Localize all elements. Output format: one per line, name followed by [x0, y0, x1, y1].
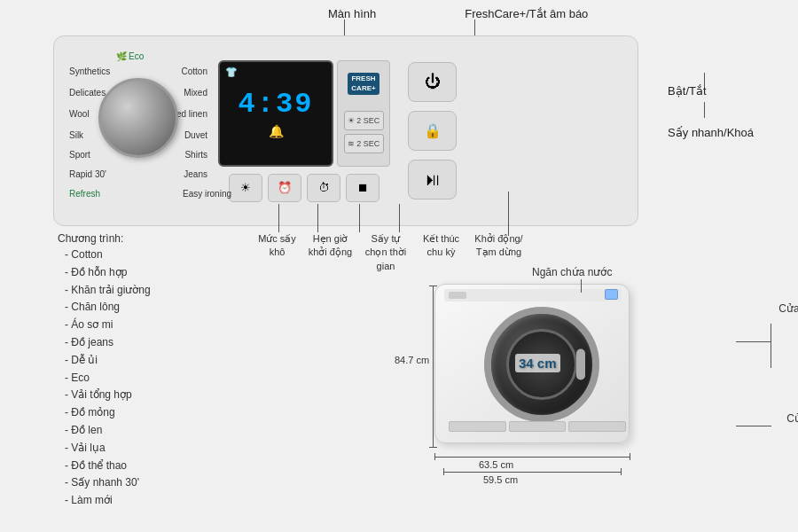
control-panel: 🌿 Eco Synthetics Delicates Wool Silk Spo… — [53, 35, 638, 226]
label-easyironing: Easy ironing — [183, 189, 231, 199]
display-screen: 👕 4:39 🔔 — [218, 60, 333, 167]
annot-ket-thuc: Kết thúc chu kỳ — [417, 232, 466, 273]
label-ngan-chua: Ngăn chứa nước — [532, 266, 612, 278]
label-bat-tat: Bật/Tắt — [668, 84, 754, 98]
eco-label: Eco — [129, 51, 144, 61]
label-mixed: Mixed — [184, 88, 207, 98]
door-handle — [576, 349, 585, 380]
diameter-label: 34 cm — [515, 354, 560, 372]
vent-slot-1 — [449, 421, 506, 432]
line-muc-say — [278, 204, 279, 232]
eco-badge: 🌿 Eco — [116, 51, 144, 61]
label-width1: 63.5 cm — [479, 459, 513, 470]
label-delicates: Delicates — [69, 88, 106, 98]
btn-muc-say[interactable]: ☀ — [229, 174, 262, 202]
bottom-btn-annotations: Mức sấy khô Hẹn giờ khởi động Sấy tự chọ… — [253, 232, 528, 273]
prog-do-mong: - Đồ mỏng — [65, 404, 235, 422]
hline-left-tick2 — [443, 468, 444, 475]
prog-ao-so-mi: - Áo sơ mi — [65, 317, 235, 334]
label-fresh-care: FreshCare+/Tắt âm báo — [465, 7, 588, 20]
hline-cua-may-say — [736, 341, 771, 342]
btn-power[interactable]: ⏻ — [408, 62, 457, 102]
side-panel: FRESH CARE+ ☀ 2 SEC ≋ 2 SEC — [337, 60, 390, 167]
line-khoi-dong — [508, 192, 509, 236]
prog-do-jeans: - Đồ jeans — [65, 334, 235, 352]
btn-lock[interactable]: 🔒 — [408, 111, 457, 151]
prog-lam-moi: - Làm mới — [65, 492, 235, 510]
prog-chan-long: - Chăn lông — [65, 299, 235, 317]
prog-cotton: - Cotton — [65, 246, 235, 264]
vent-grille — [449, 418, 626, 435]
prog-do-the-thao: - Đồ thể thao — [65, 458, 235, 475]
dial-knob[interactable] — [98, 78, 178, 158]
label-rapid: Rapid 30' — [69, 169, 106, 179]
fresh-line2: CARE+ — [351, 84, 375, 93]
program-list-section: Chương trình: - Cotton - Đồ hỗn hợp - Kh… — [58, 232, 235, 510]
annot-hen-gio: Hẹn giờ khởi động — [306, 232, 355, 273]
line-say-tu-chon — [359, 204, 360, 232]
dial-section: 🌿 Eco Synthetics Delicates Wool Silk Spo… — [67, 47, 209, 215]
prog-khan-trai-giuong: - Khăn trải giường — [65, 282, 235, 300]
dryer-top-panel — [444, 289, 622, 301]
prog-vai-tong-hop: - Vải tổng hợp — [65, 387, 235, 404]
water-tank — [605, 289, 618, 300]
label-height: 84.7 cm — [395, 355, 429, 365]
label-cua-may-say: Cửa máy sấy — [778, 301, 798, 317]
prog-say-nhanh: - Sấy nhanh 30' — [65, 474, 235, 492]
label-cua-hut-gio: Cửa hút gió — [786, 412, 798, 425]
vent-slot-2 — [509, 421, 567, 432]
program-list: - Cotton - Đồ hỗn hợp - Khăn trải giường… — [58, 246, 235, 510]
label-refresh: Refresh — [69, 189, 100, 199]
label-silk: Silk — [69, 130, 83, 140]
fresh-line1: FRESH — [351, 74, 375, 83]
label-shirts: Shirts — [184, 150, 207, 160]
vline-top-tick — [429, 286, 437, 286]
vent-slot-3 — [568, 421, 626, 432]
annot-khoi-dong: Khởi động/ Tạm dừng — [470, 232, 528, 273]
dryer-section: 34 cm 84.7 cm 63.5 cm 59.5 cm Ngăn chứa … — [426, 275, 771, 497]
prog-eco: - Eco — [65, 370, 235, 387]
right-labels: Bật/Tắt Sấy nhanh/Khoá — [668, 84, 754, 139]
display-group: 👕 4:39 🔔 FRESH CARE+ ☀ 2 SEC ≋ 2 SEC — [218, 60, 390, 167]
prog-de-ui: - Dễ ủi — [65, 352, 235, 370]
label-man-hinh: Màn hình — [328, 7, 376, 20]
display-area: 👕 4:39 🔔 FRESH CARE+ ☀ 2 SEC ≋ 2 SEC — [218, 60, 390, 202]
label-synthetics: Synthetics — [69, 66, 110, 76]
hline-cua-hut-gio — [736, 426, 771, 426]
side-buttons: ☀ 2 SEC ≋ 2 SEC — [342, 111, 385, 153]
top-labels-row: Màn hình FreshCare+/Tắt âm báo — [328, 7, 588, 20]
line-ngan-chua — [581, 279, 582, 293]
btn-play-pause[interactable]: ⏯ — [408, 160, 457, 200]
side-btn-1[interactable]: ☀ 2 SEC — [344, 111, 384, 130]
hline-width1 — [434, 457, 630, 458]
dryer-body: 34 cm — [434, 284, 630, 443]
label-jeans: Jeans — [184, 169, 207, 179]
dryer-display-mini — [449, 292, 466, 299]
vline-bottom-tick — [429, 447, 437, 448]
program-title: Chương trình: — [58, 232, 235, 245]
prog-do-hon-hop: - Đồ hỗn hợp — [65, 264, 235, 282]
label-cotton: Cotton — [182, 66, 207, 76]
label-say-nhanh: Sấy nhanh/Khoá — [668, 126, 754, 139]
hline-right-tick1 — [630, 453, 630, 460]
hline-width2 — [443, 472, 621, 473]
right-control-buttons: ⏻ 🔒 ⏯ — [408, 62, 457, 200]
vline-height — [433, 286, 434, 448]
prog-vai-lua: - Vải lụa — [65, 440, 235, 458]
display-time: 4:39 — [239, 88, 314, 121]
btn-ket-thuc[interactable]: ⏹ — [346, 174, 379, 202]
control-buttons-row: ☀ ⏰ ⏱ ⏹ — [229, 174, 379, 202]
hline-left-tick1 — [434, 453, 435, 460]
main-container: Màn hình FreshCare+/Tắt âm báo Bật/Tắt S… — [0, 0, 798, 532]
line-ket-thuc — [399, 204, 400, 232]
display-icon-shirt: 👕 — [225, 66, 238, 77]
line-cua-may-say — [771, 324, 771, 368]
prog-do-len: - Đồ len — [65, 422, 235, 440]
annot-muc-say: Mức sấy khô — [253, 232, 301, 273]
hline-right-tick2 — [621, 468, 622, 475]
btn-hen-gio[interactable]: ⏰ — [268, 174, 301, 202]
btn-say-tu-chon[interactable]: ⏱ — [307, 174, 340, 202]
side-btn-2[interactable]: ≋ 2 SEC — [344, 134, 384, 153]
fresh-badge: FRESH CARE+ — [348, 73, 379, 95]
label-duvet: Duvet — [184, 130, 207, 140]
